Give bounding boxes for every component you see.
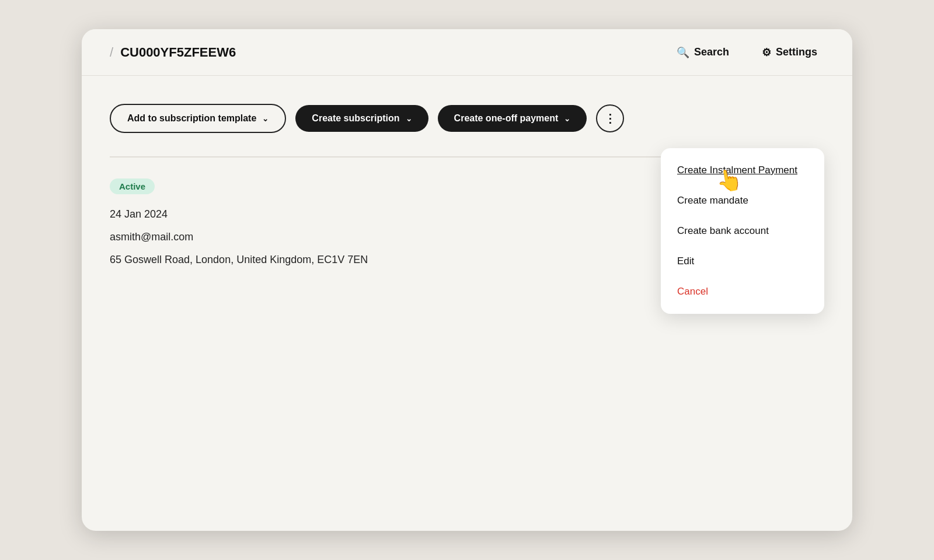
dropdown-item-edit[interactable]: Edit (661, 246, 824, 276)
settings-button[interactable]: ⚙ Settings (755, 41, 824, 64)
dropdown-item-cancel[interactable]: Cancel (661, 276, 824, 307)
main-content: Add to subscription template ⌄ Create su… (82, 76, 852, 266)
search-label: Search (694, 46, 729, 58)
create-one-off-label: Create one-off payment (454, 113, 559, 124)
more-icon: ⋮ (604, 111, 616, 125)
add-to-template-label: Add to subscription template (127, 113, 256, 124)
status-badge: Active (110, 178, 155, 194)
breadcrumb: / CU000YF5ZFEEW6 (110, 45, 236, 60)
action-buttons-row: Add to subscription template ⌄ Create su… (110, 104, 824, 133)
chevron-down-icon: ⌄ (262, 114, 269, 123)
dropdown-item-mandate[interactable]: Create mandate (661, 186, 824, 216)
dropdown-item-instalment[interactable]: Create Instalment Payment (661, 155, 824, 186)
add-to-template-button[interactable]: Add to subscription template ⌄ (110, 104, 286, 133)
create-subscription-label: Create subscription (312, 113, 399, 124)
settings-icon: ⚙ (762, 46, 771, 59)
search-button[interactable]: 🔍 Search (670, 41, 736, 64)
create-one-off-button[interactable]: Create one-off payment ⌄ (438, 105, 587, 132)
dropdown-menu: Create Instalment Payment Create mandate… (661, 148, 824, 314)
create-subscription-button[interactable]: Create subscription ⌄ (295, 105, 428, 132)
dropdown-item-bank-account[interactable]: Create bank account (661, 216, 824, 246)
page-id: CU000YF5ZFEEW6 (120, 45, 236, 60)
more-options-button[interactable]: ⋮ (596, 104, 624, 132)
chevron-down-icon: ⌄ (564, 114, 570, 123)
chevron-down-icon: ⌄ (406, 114, 412, 123)
settings-label: Settings (776, 46, 817, 58)
header-actions: 🔍 Search ⚙ Settings (670, 41, 824, 64)
header-bar: / CU000YF5ZFEEW6 🔍 Search ⚙ Settings (82, 29, 852, 76)
breadcrumb-slash: / (110, 45, 113, 60)
search-icon: 🔍 (677, 46, 689, 59)
